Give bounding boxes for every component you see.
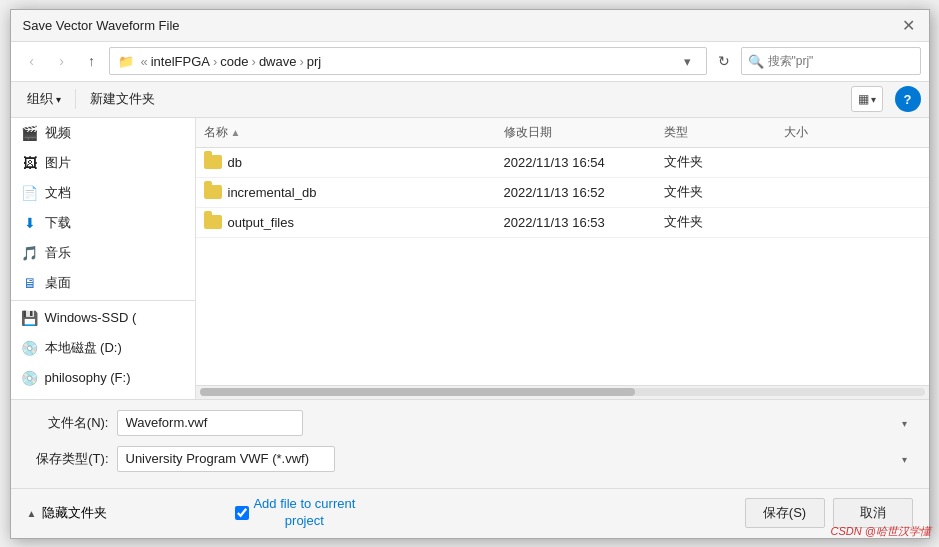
sidebar-item-philosophy-f[interactable]: 💿 philosophy (F:) xyxy=(11,363,195,393)
footer-area: ▲ 隐藏文件夹 Add file to current project 保存(S… xyxy=(11,488,929,538)
toolbar-separator xyxy=(75,89,76,109)
organize-label: 组织 xyxy=(27,90,53,108)
back-button[interactable]: ‹ xyxy=(19,48,45,74)
sidebar: 🎬 视频 🖼 图片 📄 文档 ⬇ 下载 🎵 音乐 🖥 桌面 xyxy=(11,118,196,399)
drive-icon-d: 💿 xyxy=(21,339,39,357)
filename-label: 文件名(N): xyxy=(27,414,117,432)
sidebar-label-philosophy-f: philosophy (F:) xyxy=(45,370,131,385)
table-row[interactable]: db 2022/11/13 16:54 文件夹 xyxy=(196,148,929,178)
filetype-wrapper: University Program VWF (*.vwf) ▾ xyxy=(117,446,913,472)
path-seg-prj: prj xyxy=(307,54,321,69)
sidebar-label-videos: 视频 xyxy=(45,124,71,142)
table-row[interactable]: output_files 2022/11/13 16:53 文件夹 xyxy=(196,208,929,238)
path-seg-intelfpga: intelFPGA xyxy=(151,54,210,69)
save-dialog: Save Vector Waveform File ✕ ‹ › ↑ 📁 « db… xyxy=(10,9,930,539)
up-button[interactable]: ↑ xyxy=(79,48,105,74)
watermark: CSDN @哈世汉学懂 xyxy=(831,524,931,539)
filetype-dropdown-arrow: ▾ xyxy=(902,453,907,464)
table-row[interactable]: incremental_db 2022/11/13 16:52 文件夹 xyxy=(196,178,929,208)
scrollbar-thumb xyxy=(200,388,635,396)
file-name-db: db xyxy=(196,148,496,177)
file-name-output: output_files xyxy=(196,208,496,237)
sidebar-item-windows-ssd[interactable]: 💾 Windows-SSD ( xyxy=(11,303,195,333)
file-date-output: 2022/11/13 16:53 xyxy=(496,208,656,237)
drive-icon-f: 💿 xyxy=(21,369,39,387)
folder-icon xyxy=(204,185,222,199)
download-icon: ⬇ xyxy=(21,214,39,232)
new-folder-label: 新建文件夹 xyxy=(90,90,155,108)
view-dropdown-icon: ▾ xyxy=(871,94,876,105)
sidebar-item-videos[interactable]: 🎬 视频 xyxy=(11,118,195,148)
path-dropdown-icon[interactable]: ▾ xyxy=(678,54,698,69)
file-list-body: db 2022/11/13 16:54 文件夹 incremental_db 2… xyxy=(196,148,929,385)
new-folder-button[interactable]: 新建文件夹 xyxy=(82,86,163,112)
sidebar-item-downloads[interactable]: ⬇ 下载 xyxy=(11,208,195,238)
sidebar-label-music: 音乐 xyxy=(45,244,71,262)
add-file-text: Add file to current project xyxy=(253,496,355,530)
dialog-title: Save Vector Waveform File xyxy=(23,18,180,33)
file-size-db xyxy=(776,148,856,177)
sidebar-item-pictures[interactable]: 🖼 图片 xyxy=(11,148,195,178)
organize-dropdown-icon: ▾ xyxy=(56,94,61,105)
col-header-type[interactable]: 类型 xyxy=(656,118,776,147)
bottom-form: 文件名(N): ▾ 保存类型(T): University Program VW… xyxy=(11,399,929,488)
sidebar-item-local-d[interactable]: 💿 本地磁盘 (D:) xyxy=(11,333,195,363)
title-bar: Save Vector Waveform File ✕ xyxy=(11,10,929,42)
sidebar-item-documents[interactable]: 📄 文档 xyxy=(11,178,195,208)
video-icon: 🎬 xyxy=(21,124,39,142)
horizontal-scrollbar[interactable] xyxy=(196,385,929,399)
sidebar-label-downloads: 下载 xyxy=(45,214,71,232)
grid-icon: ▦ xyxy=(858,92,869,106)
sidebar-divider xyxy=(11,300,195,301)
sidebar-item-desktop[interactable]: 🖥 桌面 xyxy=(11,268,195,298)
search-input[interactable] xyxy=(768,54,914,68)
sidebar-item-music[interactable]: 🎵 音乐 xyxy=(11,238,195,268)
filetype-select[interactable]: University Program VWF (*.vwf) xyxy=(117,446,335,472)
filename-wrapper: ▾ xyxy=(117,410,913,436)
search-icon: 🔍 xyxy=(748,54,764,69)
filename-input[interactable] xyxy=(117,410,303,436)
path-seg-dwave: dwave xyxy=(259,54,297,69)
toolbar: 组织 ▾ 新建文件夹 ▦ ▾ ? xyxy=(11,82,929,118)
forward-button[interactable]: › xyxy=(49,48,75,74)
footer-left: ▲ 隐藏文件夹 xyxy=(27,504,108,522)
search-box: 🔍 xyxy=(741,47,921,75)
file-name-incremental: incremental_db xyxy=(196,178,496,207)
save-button[interactable]: 保存(S) xyxy=(745,498,825,528)
file-list-header: 名称 ▲ 修改日期 类型 大小 xyxy=(196,118,929,148)
filetype-label: 保存类型(T): xyxy=(27,450,117,468)
file-size-incremental xyxy=(776,178,856,207)
organize-button[interactable]: 组织 ▾ xyxy=(19,86,69,112)
col-header-date[interactable]: 修改日期 xyxy=(496,118,656,147)
filename-row: 文件名(N): ▾ xyxy=(27,408,913,438)
path-box[interactable]: 📁 « db intelFPGA › code › dwave › prj ▾ xyxy=(109,47,707,75)
file-size-output xyxy=(776,208,856,237)
main-area: 🎬 视频 🖼 图片 📄 文档 ⬇ 下载 🎵 音乐 🖥 桌面 xyxy=(11,118,929,399)
address-bar: ‹ › ↑ 📁 « db intelFPGA › code › dwave › … xyxy=(11,42,929,82)
file-date-db: 2022/11/13 16:54 xyxy=(496,148,656,177)
col-header-name[interactable]: 名称 ▲ xyxy=(196,118,496,147)
sort-arrow-name: ▲ xyxy=(231,127,241,138)
file-date-incremental: 2022/11/13 16:52 xyxy=(496,178,656,207)
file-type-output: 文件夹 xyxy=(656,208,776,237)
desktop-icon: 🖥 xyxy=(21,274,39,292)
sidebar-label-pictures: 图片 xyxy=(45,154,71,172)
col-header-size[interactable]: 大小 xyxy=(776,118,856,147)
filetype-row: 保存类型(T): University Program VWF (*.vwf) … xyxy=(27,444,913,474)
hide-folder-label: 隐藏文件夹 xyxy=(42,504,107,522)
refresh-button[interactable]: ↻ xyxy=(711,48,737,74)
help-button[interactable]: ? xyxy=(895,86,921,112)
view-button[interactable]: ▦ ▾ xyxy=(851,86,883,112)
add-file-checkbox[interactable] xyxy=(235,506,249,520)
music-icon: 🎵 xyxy=(21,244,39,262)
folder-icon xyxy=(204,215,222,229)
file-type-incremental: 文件夹 xyxy=(656,178,776,207)
add-file-container: Add file to current project xyxy=(235,496,355,530)
sidebar-label-windows-ssd: Windows-SSD ( xyxy=(45,310,137,325)
drive-icon-ssd: 💾 xyxy=(21,309,39,327)
expand-icon: ▲ xyxy=(27,508,37,519)
path-folder-icon: 📁 xyxy=(118,54,134,69)
filename-dropdown-arrow: ▾ xyxy=(902,417,907,428)
file-type-db: 文件夹 xyxy=(656,148,776,177)
close-button[interactable]: ✕ xyxy=(897,13,921,37)
